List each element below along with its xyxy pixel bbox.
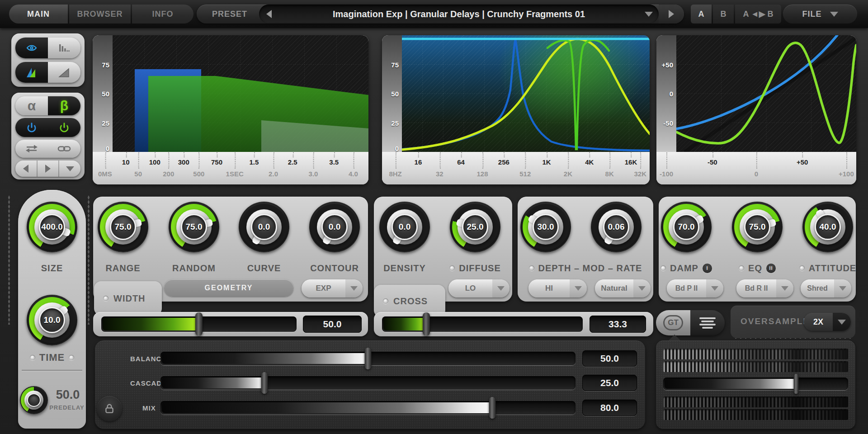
rate-mode-dropdown[interactable]: Natural bbox=[595, 279, 651, 297]
diffuse-mode-dropdown[interactable]: LO bbox=[448, 279, 509, 297]
damp-knob[interactable]: 70.0 bbox=[661, 202, 712, 252]
gt-menu-button[interactable]: GT bbox=[656, 310, 725, 335]
section-divider bbox=[22, 370, 82, 371]
swap-button[interactable] bbox=[15, 140, 48, 158]
tab-browser-label: BROWSER bbox=[77, 9, 123, 19]
link-button[interactable] bbox=[48, 140, 80, 158]
oversample-label: OVERSAMPLE bbox=[741, 316, 810, 326]
cross-slider-row: 33.3 bbox=[374, 312, 653, 336]
diffuse-knob[interactable]: 25.0 bbox=[450, 202, 500, 252]
contour-value: 0.0 bbox=[329, 222, 340, 232]
transfer-curve-graph[interactable]: +50 0 -50 -50 +50 -100 0 +100 bbox=[656, 35, 856, 184]
x-tick: +50 bbox=[797, 158, 808, 166]
y-tick: 0 bbox=[395, 145, 399, 152]
tab-browser[interactable]: BROWSER bbox=[69, 5, 131, 24]
size-knob[interactable]: 400.0 bbox=[27, 202, 77, 252]
ab-slot-a-button[interactable]: A bbox=[691, 5, 712, 24]
preset-next-button[interactable] bbox=[659, 5, 684, 24]
random-value: 75.0 bbox=[186, 222, 203, 232]
damp-mode-value: Bd P II bbox=[667, 279, 706, 297]
depth-mode-dropdown[interactable]: HI bbox=[528, 279, 587, 297]
ab-a-label: A bbox=[698, 9, 704, 19]
attitude-mode-dropdown[interactable]: Shred bbox=[801, 279, 851, 297]
oversample-dropdown[interactable]: 2X bbox=[804, 313, 851, 331]
ab-compare-button[interactable]: A ◄▶ B bbox=[735, 5, 781, 24]
gain-handle[interactable] bbox=[794, 374, 799, 394]
single-envelope-button[interactable] bbox=[48, 62, 80, 83]
attitude-knob[interactable]: 40.0 bbox=[802, 202, 853, 252]
beta-button[interactable]: β bbox=[48, 96, 80, 115]
rate-value: 0.06 bbox=[608, 222, 625, 232]
x-tick: 750 bbox=[211, 158, 222, 166]
balance-slider[interactable] bbox=[160, 352, 576, 365]
random-knob[interactable]: 75.0 bbox=[169, 202, 219, 252]
ab-compare-label: A ◄▶ B bbox=[743, 9, 774, 19]
contour-mode-dropdown[interactable]: EXP bbox=[302, 279, 363, 297]
mix-handle[interactable] bbox=[489, 397, 496, 419]
cascade-fill bbox=[162, 377, 266, 388]
eq-mode-dropdown[interactable]: Bd R II bbox=[736, 279, 793, 297]
cross-slider[interactable] bbox=[382, 316, 583, 332]
y-tick: 50 bbox=[391, 90, 399, 98]
preset-prev-button[interactable] bbox=[259, 5, 279, 24]
density-knob[interactable]: 0.0 bbox=[379, 202, 430, 252]
eq-value: 75.0 bbox=[749, 222, 766, 232]
balance-handle[interactable] bbox=[365, 348, 372, 369]
x-tick: 32 bbox=[436, 170, 443, 178]
gt-logo: GT bbox=[663, 315, 683, 330]
ab-b-label: B bbox=[721, 9, 726, 19]
power-b-button[interactable] bbox=[48, 118, 80, 137]
tab-info[interactable]: INFO bbox=[132, 5, 193, 24]
knob-cap: 400.0 bbox=[39, 214, 65, 240]
contour-knob[interactable]: 0.0 bbox=[309, 202, 360, 252]
width-slider[interactable] bbox=[101, 316, 297, 332]
rate-knob[interactable]: 0.06 bbox=[591, 202, 642, 252]
eq-knob[interactable]: 75.0 bbox=[732, 202, 783, 252]
spectrum-y-axis: 75 50 25 0 bbox=[382, 35, 402, 152]
curve-knob[interactable]: 0.0 bbox=[239, 202, 289, 252]
cascade-value: 25.0 bbox=[582, 375, 637, 391]
damp-mode-dropdown[interactable]: Bd P II bbox=[667, 279, 723, 297]
file-menu-button[interactable]: FILE bbox=[783, 5, 857, 24]
analyzer-view-button[interactable] bbox=[48, 38, 80, 58]
predelay-value: 50.0 bbox=[49, 388, 87, 402]
time-knob[interactable]: 10.0 bbox=[27, 295, 77, 345]
x-tick: 8K bbox=[605, 170, 614, 178]
dual-envelope-button[interactable] bbox=[15, 62, 48, 83]
cascade-handle[interactable] bbox=[261, 372, 268, 394]
prev-button[interactable] bbox=[15, 160, 37, 177]
cascade-slider[interactable] bbox=[160, 376, 576, 390]
preset-menu-button[interactable] bbox=[639, 5, 659, 24]
preset-display[interactable]: Imagination Exp | Granular Delays | Crun… bbox=[259, 5, 659, 24]
delay-envelope-graph[interactable]: 75 50 25 0 10 100 300 750 1.5 2.5 3.5 0M… bbox=[93, 35, 368, 184]
power-a-button[interactable] bbox=[15, 118, 48, 137]
alpha-label: α bbox=[28, 98, 36, 113]
spectrum-graph[interactable]: 75 50 25 0 16 64 256 1K 4K 16K 8HZ 32 12… bbox=[382, 35, 650, 184]
rate-mode-value: Natural bbox=[595, 279, 633, 297]
width-handle[interactable] bbox=[195, 312, 203, 336]
expand-button[interactable] bbox=[58, 160, 80, 177]
cross-handle[interactable] bbox=[423, 312, 430, 336]
diffuse-value: 25.0 bbox=[467, 222, 484, 232]
depth-knob[interactable]: 30.0 bbox=[520, 202, 571, 252]
link-icon bbox=[57, 145, 71, 153]
mix-slider[interactable] bbox=[160, 401, 576, 415]
ab-slot-b-button[interactable]: B bbox=[713, 5, 734, 24]
balance-value: 50.0 bbox=[582, 350, 637, 367]
tab-main[interactable]: MAIN bbox=[9, 5, 68, 24]
x-tick: 0 bbox=[755, 170, 758, 178]
x-tick: -50 bbox=[708, 158, 717, 166]
width-value: 50.0 bbox=[303, 316, 362, 333]
width-fill bbox=[103, 318, 200, 330]
next-button[interactable] bbox=[37, 160, 59, 177]
arrow-left-icon bbox=[23, 165, 28, 173]
eye-view-button[interactable] bbox=[15, 38, 48, 58]
arrow-right-icon bbox=[45, 165, 51, 173]
mix-lock-button[interactable] bbox=[97, 396, 122, 421]
predelay-knob[interactable] bbox=[20, 386, 48, 414]
delay-x-axis: 10 100 300 750 1.5 2.5 3.5 0MS 50 200 50… bbox=[93, 152, 368, 184]
range-knob[interactable]: 75.0 bbox=[98, 202, 148, 252]
gain-slider[interactable] bbox=[663, 377, 848, 390]
geometry-button[interactable]: GEOMETRY bbox=[164, 279, 293, 297]
alpha-button[interactable]: α bbox=[15, 96, 48, 115]
